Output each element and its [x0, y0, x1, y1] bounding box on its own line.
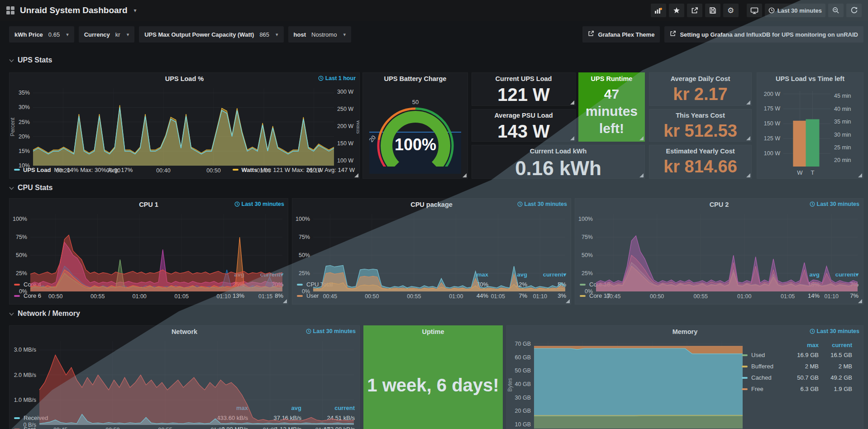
panel-time-override[interactable]: Last 30 minutes [234, 201, 284, 207]
save-button[interactable] [705, 4, 720, 17]
panel-title[interactable]: Average Daily Cost [671, 75, 730, 82]
resize-handle[interactable] [639, 136, 644, 140]
dashboards-grid-icon[interactable] [6, 6, 14, 14]
dashboard-title[interactable]: Unraid System Dashboard [20, 5, 128, 15]
svg-text:3.0 MB/s: 3.0 MB/s [14, 347, 36, 353]
resize-handle[interactable] [566, 299, 570, 303]
memory-chart[interactable]: 00:4500:5000:5501:0001:0501:1070 GB60 GB… [507, 338, 746, 429]
svg-text:Watts: Watts [355, 120, 359, 133]
share-icon [691, 7, 698, 14]
svg-text:00:30: 00:30 [106, 167, 120, 174]
svg-text:35 min: 35 min [834, 119, 851, 125]
svg-text:01:05: 01:05 [491, 293, 505, 300]
resize-handle[interactable] [283, 299, 287, 303]
resize-handle[interactable] [858, 299, 862, 303]
svg-text:40 min: 40 min [834, 106, 851, 112]
panel-title[interactable]: Average PSU Load [494, 112, 553, 119]
panel-title[interactable]: UPS Load % [165, 75, 204, 82]
section-network-memory[interactable]: Network / Memory [9, 310, 80, 318]
panel-title[interactable]: CPU 2 [710, 201, 729, 208]
svg-text:25%: 25% [299, 270, 310, 276]
clock-icon [517, 201, 523, 207]
resize-handle[interactable] [746, 136, 750, 140]
time-range-picker[interactable]: Last 30 minutes [765, 4, 825, 17]
network-chart[interactable]: 00:4500:5000:5501:0001:0501:103.0 MB/s2.… [10, 338, 359, 402]
svg-text:20: 20 [368, 134, 377, 143]
panel-title[interactable]: Network [172, 328, 197, 335]
resize-handle[interactable] [746, 100, 750, 105]
panel-title[interactable]: Uptime [422, 328, 444, 335]
svg-text:30 min: 30 min [834, 132, 851, 138]
refresh-button[interactable] [846, 4, 862, 17]
panel-title[interactable]: Current UPS Load [496, 75, 552, 82]
star-button[interactable] [669, 4, 684, 17]
svg-text:00:40: 00:40 [156, 167, 170, 174]
series-color-marker [742, 354, 748, 356]
section-ups-stats[interactable]: UPS Stats [9, 56, 52, 64]
add-panel-button[interactable] [651, 4, 666, 17]
panel-time-override[interactable]: Last 30 minutes [306, 328, 356, 334]
search-minus-icon [832, 7, 839, 14]
svg-text:50%: 50% [16, 252, 27, 258]
panel-title[interactable]: Estimated Yearly Cost [666, 148, 734, 155]
zoom-out-button[interactable] [828, 4, 844, 17]
svg-text:1.0 MB/s: 1.0 MB/s [14, 397, 36, 403]
variable-label: Currency [84, 31, 110, 38]
panel-time-override[interactable]: Last 30 minutes [810, 201, 859, 207]
cpu-package-chart[interactable]: 00:4500:5000:5501:0001:0501:10100%75%50%… [292, 210, 571, 269]
legend-row[interactable]: Used16.9 GB16.5 GB [742, 349, 856, 361]
panel-title[interactable]: Current Load kWh [530, 148, 587, 155]
svg-text:01:05: 01:05 [781, 293, 795, 300]
settings-button[interactable]: ⚙ [723, 4, 739, 17]
chevron-down-icon [9, 56, 14, 64]
link-grafana-plex-theme[interactable]: Grafana Plex Theme [582, 26, 660, 43]
legend-row[interactable]: Buffered2 MB2 MB [742, 361, 856, 372]
panel-time-override[interactable]: Last 1 hour [318, 75, 356, 81]
load-vs-time-chart[interactable]: 200 W175 W150 W125 W100 W45 min40 min35 … [757, 85, 863, 178]
legend-sort-max[interactable]: max [785, 342, 819, 348]
resize-handle[interactable] [354, 173, 358, 177]
panel-title[interactable]: Memory [672, 328, 698, 335]
legend-sort-current[interactable]: current [819, 342, 852, 348]
battery-gauge[interactable]: 02050100100% [363, 85, 467, 178]
section-cpu-stats[interactable]: CPU Stats [9, 184, 52, 192]
variable-ups-max-output[interactable]: UPS Max Output Power Capacity (Watt) 865… [139, 26, 283, 43]
panel-title[interactable]: UPS Load vs Time left [776, 75, 844, 82]
cpu2-chart[interactable]: 00:4500:5000:5501:0001:0501:10100%75%50%… [575, 210, 863, 269]
svg-text:01:00: 01:00 [257, 167, 271, 174]
variable-kwh-price[interactable]: kWh Price 0.65 ▾ [9, 26, 74, 43]
svg-text:100 W: 100 W [764, 150, 780, 157]
svg-text:01:00: 01:00 [133, 293, 147, 300]
panel-title[interactable]: This Years Cost [676, 112, 725, 119]
cpu1-chart[interactable]: 00:5000:5501:0001:0501:1001:15100%75%50%… [10, 210, 288, 269]
panel-ups-load: UPS Load % Last 1 hour 00:2000:3000:4000… [9, 72, 360, 179]
panel-title[interactable]: UPS Battery Charge [384, 75, 447, 82]
panel-title[interactable]: UPS Runtime [591, 75, 633, 82]
svg-text:T: T [811, 169, 815, 176]
legend-row[interactable]: Cached50.7 GB49.2 GB [742, 372, 856, 383]
panel-title[interactable]: CPU package [410, 201, 453, 208]
share-button[interactable] [687, 4, 702, 17]
resize-handle[interactable] [570, 100, 574, 105]
ups-load-chart[interactable]: 00:2000:3000:4000:5001:0001:1035%30%25%2… [10, 85, 359, 163]
svg-text:00:55: 00:55 [91, 293, 105, 300]
svg-text:00:45: 00:45 [606, 293, 620, 300]
link-grafana-influxdb-guide[interactable]: Setting up Grafana and InfluxDB for UPS … [664, 26, 863, 43]
panel-time-override[interactable]: Last 30 minutes [810, 328, 859, 334]
resize-handle[interactable] [858, 173, 862, 177]
resize-handle[interactable] [639, 173, 644, 177]
variable-currency[interactable]: Currency kr ▾ [79, 26, 134, 43]
resize-handle[interactable] [570, 136, 574, 140]
svg-text:250 W: 250 W [337, 106, 353, 112]
resize-handle[interactable] [746, 173, 750, 177]
svg-text:01:05: 01:05 [175, 293, 189, 300]
panel-title[interactable]: CPU 1 [139, 201, 158, 208]
svg-text:00:55: 00:55 [158, 427, 172, 429]
title-caret-icon[interactable]: ▾ [134, 7, 137, 14]
legend-row[interactable]: Free6.3 GB1.9 GB [742, 383, 856, 395]
svg-text:00:50: 00:50 [48, 293, 62, 300]
panel-time-override[interactable]: Last 30 minutes [517, 201, 567, 207]
variable-host[interactable]: host Nostromo ▾ [288, 26, 351, 43]
resize-handle[interactable] [463, 173, 467, 177]
cycle-view-button[interactable] [747, 4, 762, 17]
